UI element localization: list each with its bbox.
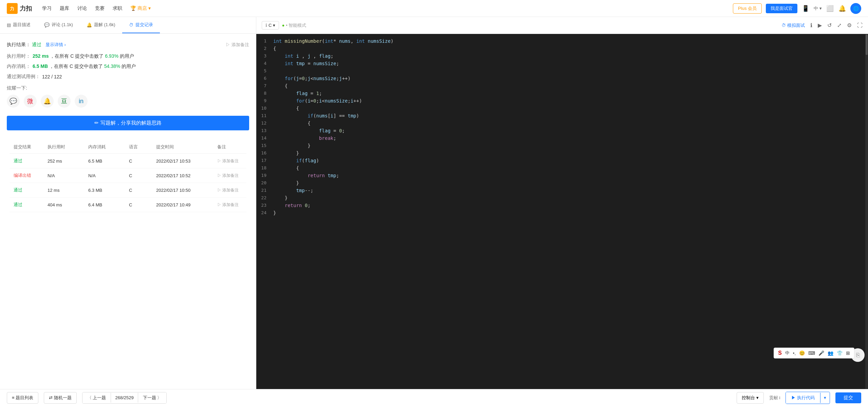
submission-table: 提交结果 执行用时 内存消耗 语言 提交时间 备注 通过 252 ms 6.5 … <box>7 141 249 212</box>
mock-interview-button[interactable]: ⏱ 模拟面试 <box>781 22 805 29</box>
plus-button[interactable]: Plus 会员 <box>733 3 762 14</box>
problem-list-button[interactable]: ≡ 题目列表 <box>7 392 38 404</box>
settings-icon[interactable]: ⚙ <box>847 22 852 29</box>
device-icon[interactable]: 📱 <box>801 4 810 13</box>
editor-toolbar: ℹ C ▾ ● • 智能模式 ⏱ 模拟面试 ℹ ▶ ↺ ⤢ ⚙ ⛶ <box>256 17 868 34</box>
row1-note[interactable]: ▷ 添加备注 <box>217 173 242 179</box>
nav-job[interactable]: 求职 <box>113 4 122 13</box>
submission-content: 执行结果： 通过 显示详情 › ▷ 添加备注 执行用时： 252 ms ，在所有… <box>0 34 256 389</box>
fullscreen-icon[interactable]: ⛶ <box>857 22 863 29</box>
row2-date: 2022/02/17 10:50 <box>156 188 217 193</box>
lang-icon[interactable]: 中 ▾ <box>814 4 822 13</box>
result-status: 通过 <box>32 42 41 47</box>
line-num-8: 8 <box>256 90 273 97</box>
result-detail-link[interactable]: 显示详情 › <box>45 42 66 47</box>
next-button[interactable]: 下一题 〉 <box>138 392 167 403</box>
col-header-date: 提交时间 <box>156 144 217 150</box>
row2-lang: C <box>129 188 156 193</box>
row3-note[interactable]: ▷ 添加备注 <box>217 202 242 208</box>
tab-submissions-icon: ⏱ <box>129 22 133 27</box>
time-number: 252 ms <box>33 53 49 59</box>
mem-suffix: 的用户 <box>122 63 136 69</box>
tab-solutions[interactable]: 🔔 题解 (1.6k) <box>80 17 122 33</box>
avatar[interactable]: 🌐 <box>850 3 861 14</box>
share-linkedin[interactable]: in <box>75 95 88 108</box>
csdn-key: ⌨ <box>808 350 815 356</box>
run-icon[interactable]: ▶ <box>818 22 822 29</box>
row1-result[interactable]: 编译出错 <box>14 172 48 179</box>
write-solution-button[interactable]: ✏ 写题解，分享我的解题思路 <box>7 116 249 130</box>
scrollbar[interactable] <box>865 34 868 389</box>
page-count: 268/2529 <box>111 393 138 403</box>
floating-toolbar: S 中 •, 😊 ⌨ 🎤 👥 👕 ⊞ <box>774 348 854 358</box>
lang-label: C <box>269 23 272 28</box>
csdn-grid: ⊞ <box>846 350 850 356</box>
row1-lang: C <box>129 173 156 178</box>
tab-submissions[interactable]: ⏱ 提交记录 <box>122 17 160 33</box>
nav-problems[interactable]: 题库 <box>60 4 69 13</box>
time-value: 252 ms ，在所有 C 提交中击败了 6.93% 的用户 <box>33 53 134 59</box>
line-num-7: 7 <box>256 82 273 90</box>
col-header-time: 执行用时 <box>48 144 88 150</box>
row3-result[interactable]: 通过 <box>14 202 48 208</box>
share-weibo[interactable]: 微 <box>24 95 37 108</box>
code-line-20: 20 } <box>256 179 868 187</box>
screen-icon[interactable]: ⬜ <box>826 4 834 13</box>
random-problem-button[interactable]: ⇄ 随机一题 <box>44 392 77 404</box>
tab-description-label: 题目描述 <box>13 22 31 28</box>
row2-note[interactable]: ▷ 添加备注 <box>217 187 242 193</box>
line-num-12: 12 <box>256 119 273 127</box>
code-line-12: 12 { <box>256 119 868 127</box>
nav-contest[interactable]: 竞赛 <box>95 4 105 13</box>
line-num-17: 17 <box>256 157 273 164</box>
share-douban[interactable]: 豆 <box>58 95 71 108</box>
time-label: 执行用时： <box>7 53 31 59</box>
run-dropdown-button[interactable]: ▾ <box>820 392 830 403</box>
csdn-logo: S <box>778 350 782 356</box>
submit-button[interactable]: 提交 <box>835 392 861 403</box>
scrollbar-thumb[interactable] <box>866 35 868 55</box>
language-selector[interactable]: ℹ C ▾ <box>262 21 279 30</box>
contribute-button[interactable]: 贡献 i <box>769 395 780 401</box>
line-num-20: 20 <box>256 179 273 187</box>
share-wechat[interactable]: 💬 <box>7 95 20 108</box>
nav-learn[interactable]: 学习 <box>42 4 52 13</box>
col-header-lang: 语言 <box>129 144 156 150</box>
expand-icon[interactable]: ⤢ <box>837 22 842 29</box>
mode-dot: ● <box>282 23 284 28</box>
refresh-icon[interactable]: ↺ <box>827 22 832 29</box>
row1-mem: N/A <box>88 173 129 178</box>
run-code-button[interactable]: ▶ 执行代码 <box>786 392 820 404</box>
test-label: 通过测试用例： <box>7 74 40 80</box>
csdn-label: 中 <box>785 350 790 356</box>
logo[interactable]: 力 力扣 <box>7 3 32 14</box>
console-button[interactable]: 控制台 ▾ <box>737 392 764 404</box>
add-note-header[interactable]: ▷ 添加备注 <box>226 42 249 48</box>
code-editor[interactable]: 1 int missingNumber(int* nums, int numsS… <box>256 34 868 389</box>
nav-discuss[interactable]: 讨论 <box>77 4 87 13</box>
prev-button[interactable]: 〈 上一题 <box>82 392 111 403</box>
row2-result[interactable]: 通过 <box>14 187 48 193</box>
table-row: 通过 404 ms 6.4 MB C 2022/02/17 10:49 ▷ 添加… <box>10 198 246 212</box>
tab-comments[interactable]: 💬 评论 (1.1k) <box>37 17 80 33</box>
info-toolbar-icon[interactable]: ℹ <box>810 22 812 29</box>
interview-button[interactable]: 我是面试官 <box>766 4 797 13</box>
code-line-24: 24 } <box>256 209 868 217</box>
info-icon: ℹ <box>265 23 267 28</box>
line-code-23: return 0; <box>273 202 311 209</box>
code-line-7: 7 { <box>256 82 868 90</box>
line-code-2: { <box>273 45 276 52</box>
share-qq[interactable]: 🔔 <box>41 95 54 108</box>
nav-shop[interactable]: 🏆 商店 ▾ <box>130 4 151 13</box>
line-code-20: } <box>273 179 299 187</box>
row3-mem: 6.4 MB <box>88 202 129 207</box>
tab-description-icon: ▤ <box>7 22 11 27</box>
row0-result[interactable]: 通过 <box>14 158 48 164</box>
row0-note[interactable]: ▷ 添加备注 <box>217 158 242 164</box>
bell-icon[interactable]: 🔔 <box>838 4 846 13</box>
line-num-22: 22 <box>256 194 273 202</box>
row1-time: N/A <box>48 173 88 178</box>
line-code-10: { <box>273 105 299 112</box>
tab-description[interactable]: ▤ 题目描述 <box>0 17 37 33</box>
row0-date: 2022/02/17 10:53 <box>156 159 217 164</box>
